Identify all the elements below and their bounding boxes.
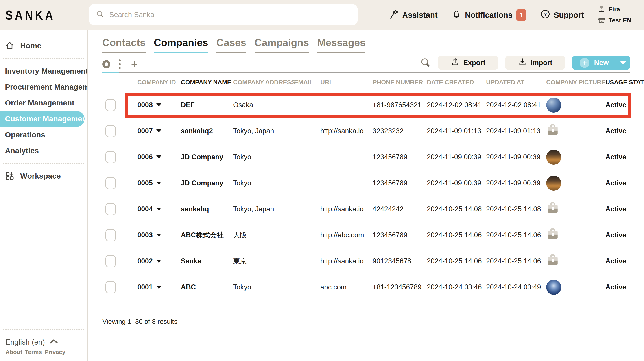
- phone-number: 123456789: [368, 222, 426, 248]
- global-search[interactable]: [88, 4, 358, 25]
- view-tab-circle[interactable]: [102, 60, 110, 68]
- company-email: [292, 118, 318, 144]
- sidebar-item-label: Order Management: [5, 98, 74, 107]
- row-checkbox[interactable]: [106, 255, 116, 268]
- sidebar-item-workspace[interactable]: Workspace: [0, 168, 87, 184]
- company-id-cell[interactable]: 0003: [125, 222, 176, 248]
- company-id-cell[interactable]: 0001: [125, 274, 176, 300]
- company-url: http://abc.com: [318, 222, 368, 248]
- footer-link-terms[interactable]: Terms: [25, 349, 42, 356]
- row-checkbox[interactable]: [106, 229, 116, 242]
- export-button[interactable]: Export: [438, 56, 498, 70]
- sidebar-item-home[interactable]: Home: [0, 38, 87, 54]
- tab-campaigns[interactable]: Campaigns: [254, 37, 309, 53]
- table-row[interactable]: 0002Sanka東京http://sanka.io90123456782024…: [102, 248, 644, 274]
- view-options-kebab-icon[interactable]: [119, 60, 121, 69]
- sidebar-nav: HomeInventory ManagementProcurement Mana…: [0, 30, 87, 184]
- download-icon: [518, 58, 527, 68]
- add-view-button[interactable]: +: [131, 60, 138, 68]
- row-checkbox[interactable]: [106, 177, 116, 189]
- search-input[interactable]: [109, 10, 350, 19]
- tab-contacts[interactable]: Contacts: [102, 37, 146, 53]
- usage-status: Active: [604, 118, 644, 144]
- sidebar-item-order-management[interactable]: Order Management: [0, 95, 87, 111]
- company-address: Tokyo: [231, 274, 292, 300]
- company-id-cell[interactable]: 0005: [125, 170, 176, 196]
- topbar-actions: Assistant Notifications 1 ? Support: [389, 0, 632, 30]
- sidebar-item-procurement-management[interactable]: Procurement Management: [0, 79, 87, 95]
- new-button[interactable]: + New: [572, 56, 630, 70]
- search-icon: [96, 10, 104, 19]
- support-label: Support: [554, 10, 584, 20]
- updated-at: 2024-11-09 00:39: [485, 144, 543, 170]
- table-row[interactable]: 0005JD CompanyTokyo1234567892024-11-09 0…: [102, 170, 644, 196]
- column-header-company-address: COMPANY ADDRESS: [231, 73, 292, 92]
- sidebar-item-operations[interactable]: Operations: [0, 127, 87, 143]
- company-id-cell[interactable]: 0006: [125, 144, 176, 170]
- table-row[interactable]: 0003ABC株式会社大阪http://abc.com1234567892024…: [102, 222, 644, 248]
- column-header-url: URL: [318, 73, 368, 92]
- user-avatar-icon: [598, 5, 606, 14]
- import-button[interactable]: Import: [505, 56, 565, 70]
- row-dropdown-caret-icon[interactable]: [156, 156, 161, 158]
- row-checkbox[interactable]: [106, 281, 116, 294]
- row-checkbox[interactable]: [106, 99, 116, 111]
- footer-link-privacy[interactable]: Privacy: [45, 349, 66, 356]
- company-id-cell[interactable]: 0008: [125, 92, 176, 118]
- row-checkbox[interactable]: [106, 125, 116, 137]
- table-search-icon[interactable]: [420, 58, 431, 68]
- storefront-icon: [598, 16, 606, 25]
- table-row[interactable]: 0006JD CompanyTokyo1234567892024-11-09 0…: [102, 144, 644, 170]
- sidebar-item-customer-management[interactable]: Customer Management: [0, 111, 84, 127]
- company-id: 0007: [137, 127, 153, 135]
- assistant-button[interactable]: Assistant: [389, 9, 438, 21]
- company-name: Sanka: [176, 248, 231, 274]
- row-dropdown-caret-icon[interactable]: [156, 104, 161, 106]
- row-dropdown-caret-icon[interactable]: [156, 182, 161, 185]
- usage-status: Active: [604, 196, 644, 222]
- sidebar-item-inventory-management[interactable]: Inventory Management: [0, 63, 87, 79]
- company-picture-cell: [543, 92, 604, 118]
- sidebar-item-label: Customer Management: [5, 114, 84, 123]
- tab-messages[interactable]: Messages: [317, 37, 366, 53]
- table-row[interactable]: 0004sankahqTokyo, Japanhttp://sanka.io42…: [102, 196, 644, 222]
- table-row[interactable]: 0001ABCTokyoabc.com+81-1234567892024-10-…: [102, 274, 644, 300]
- notifications-button[interactable]: Notifications 1: [452, 9, 526, 21]
- row-dropdown-caret-icon[interactable]: [156, 286, 161, 289]
- sidebar-item-analytics[interactable]: Analytics: [0, 143, 87, 158]
- tab-cases[interactable]: Cases: [216, 37, 246, 53]
- row-dropdown-caret-icon[interactable]: [156, 208, 161, 211]
- divider: [3, 163, 84, 164]
- row-checkbox[interactable]: [106, 203, 116, 216]
- row-dropdown-caret-icon[interactable]: [156, 130, 161, 132]
- row-dropdown-caret-icon[interactable]: [156, 234, 161, 237]
- tab-companies[interactable]: Companies: [154, 37, 208, 53]
- new-dropdown-toggle[interactable]: [616, 56, 630, 70]
- company-id-cell[interactable]: 0004: [125, 196, 176, 222]
- top-bar: SANKA Assistant: [0, 0, 644, 30]
- main-content: ContactsCompaniesCasesCampaignsMessages …: [88, 30, 644, 361]
- row-dropdown-caret-icon[interactable]: [156, 260, 161, 263]
- support-button[interactable]: ? Support: [540, 9, 584, 21]
- company-email: [292, 274, 318, 300]
- user-menu[interactable]: Fira Test EN: [598, 5, 632, 25]
- company-id-cell[interactable]: 0007: [125, 118, 176, 144]
- usage-status: Active: [604, 248, 644, 274]
- notifications-label: Notifications: [465, 10, 512, 20]
- table-row[interactable]: 0007sankahq2Tokyo, Japanhttp://sanka.io3…: [102, 118, 644, 144]
- row-checkbox[interactable]: [106, 151, 116, 163]
- company-address: Tokyo: [231, 170, 292, 196]
- footer-link-about[interactable]: About: [6, 349, 22, 356]
- language-selector[interactable]: English (en): [0, 334, 87, 348]
- company-id-cell[interactable]: 0002: [125, 248, 176, 274]
- phone-number: +81-123456789: [368, 274, 426, 300]
- company-id: 0004: [137, 205, 153, 213]
- legal-links: AboutTermsPrivacy: [0, 348, 87, 358]
- company-email: [292, 248, 318, 274]
- company-name: ABC: [176, 274, 231, 300]
- assistant-flag-icon: [389, 9, 398, 21]
- chevron-up-icon: [49, 338, 58, 346]
- bell-icon: [452, 9, 462, 21]
- table-row[interactable]: 0008DEFOsaka+81-9876543212024-12-02 08:4…: [102, 92, 644, 118]
- company-name: DEF: [176, 92, 231, 118]
